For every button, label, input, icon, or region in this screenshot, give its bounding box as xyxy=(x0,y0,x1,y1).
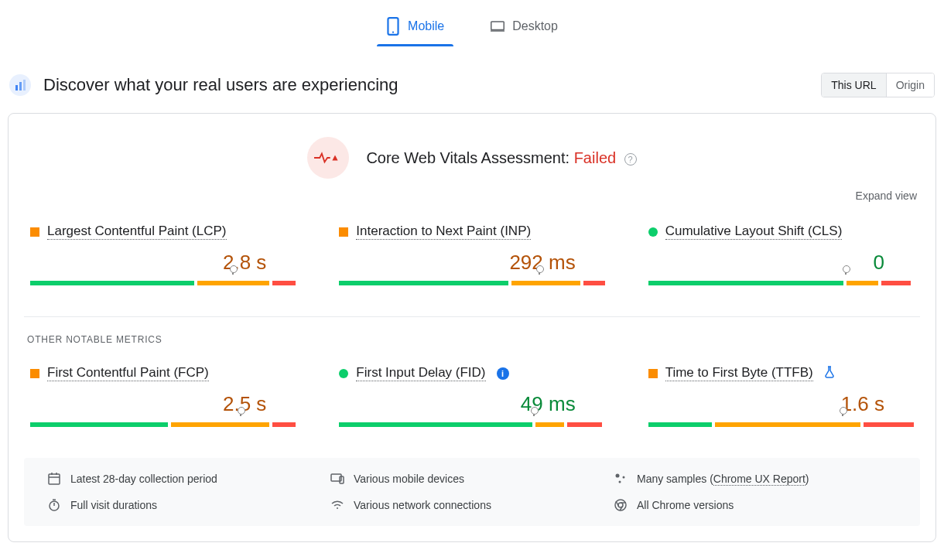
footer-connections-text: Various network connections xyxy=(354,499,491,511)
metric-value-lcp: 2.8 s xyxy=(30,251,296,275)
info-icon[interactable]: i xyxy=(497,367,509,380)
metric-value-inp: 292 ms xyxy=(339,251,604,275)
gauge-marker-fcp xyxy=(240,411,241,416)
metric-fid: First Input Delay (FID) i 49 ms xyxy=(339,365,604,427)
assessment-prefix: Core Web Vitals Assessment: xyxy=(366,149,573,166)
assessment-status: Failed xyxy=(574,149,616,166)
svg-marker-8 xyxy=(333,155,338,160)
metric-value-fcp: 2.5 s xyxy=(30,392,296,416)
other-metrics-heading: OTHER NOTABLE METRICS xyxy=(24,334,920,345)
svg-point-21 xyxy=(337,507,338,509)
svg-point-16 xyxy=(623,476,625,479)
gauge-fid xyxy=(339,422,604,427)
footer-devices: Various mobile devices xyxy=(330,472,614,486)
desktop-icon xyxy=(491,17,504,36)
gauge-marker-inp xyxy=(539,270,540,275)
assessment-text: Core Web Vitals Assessment: Failed ? xyxy=(366,149,636,167)
metric-name-lcp[interactable]: Largest Contentful Paint (LCP) xyxy=(47,224,227,240)
status-dot-ttfb xyxy=(648,369,658,378)
status-dot-inp xyxy=(339,227,348,237)
mobile-icon xyxy=(386,17,400,36)
device-tabs: Mobile Desktop xyxy=(0,0,944,46)
metric-lcp: Largest Contentful Paint (LCP) 2.8 s xyxy=(30,224,296,285)
info-footer: Latest 28-day collection period Various … xyxy=(24,458,920,526)
footer-period: Latest 28-day collection period xyxy=(47,472,330,486)
help-icon[interactable]: ? xyxy=(624,153,637,166)
footer-period-text: Latest 28-day collection period xyxy=(70,473,217,485)
metric-name-cls[interactable]: Cumulative Layout Shift (CLS) xyxy=(665,224,843,240)
gauge-cls xyxy=(648,281,914,285)
devices-icon xyxy=(330,472,344,486)
gauge-fcp xyxy=(30,422,296,427)
flask-icon[interactable] xyxy=(824,366,835,381)
footer-versions-text: All Chrome versions xyxy=(637,499,734,511)
tab-desktop[interactable]: Desktop xyxy=(486,9,563,46)
status-dot-fcp xyxy=(30,369,39,378)
status-dot-lcp xyxy=(30,227,39,237)
footer-samples-text: Many samples (Chrome UX Report) xyxy=(637,473,809,485)
gauge-marker-fid xyxy=(533,411,535,416)
gauge-inp xyxy=(339,281,604,285)
footer-durations: Full visit durations xyxy=(47,498,330,512)
svg-point-1 xyxy=(392,32,394,33)
footer-durations-text: Full visit durations xyxy=(70,499,157,511)
metric-name-ttfb[interactable]: Time to First Byte (TTFB) xyxy=(665,365,813,381)
chrome-icon xyxy=(614,498,628,512)
crux-logo-icon xyxy=(9,74,31,96)
gauge-marker-ttfb xyxy=(842,411,843,416)
footer-devices-text: Various mobile devices xyxy=(354,473,464,485)
pulse-icon xyxy=(307,137,349,179)
network-icon xyxy=(330,498,344,512)
svg-rect-7 xyxy=(23,80,26,90)
metrics-divider xyxy=(24,316,920,317)
page-heading: Discover what your real users are experi… xyxy=(43,75,398,95)
svg-point-17 xyxy=(619,481,621,483)
tab-mobile[interactable]: Mobile xyxy=(381,9,449,46)
tab-mobile-label: Mobile xyxy=(408,19,444,33)
status-dot-fid xyxy=(339,369,348,378)
metric-cls: Cumulative Layout Shift (CLS) 0 xyxy=(648,224,914,285)
gauge-ttfb xyxy=(648,422,914,427)
calendar-icon xyxy=(47,472,61,486)
crux-report-link[interactable]: Chrome UX Report xyxy=(713,473,805,486)
status-dot-cls xyxy=(648,227,658,237)
assessment-card: Core Web Vitals Assessment: Failed ? Exp… xyxy=(8,113,936,542)
stopwatch-icon xyxy=(47,498,61,512)
core-metrics-grid: Largest Contentful Paint (LCP) 2.8 s Int… xyxy=(24,224,920,285)
metric-name-fid[interactable]: First Input Delay (FID) xyxy=(356,365,485,381)
svg-rect-5 xyxy=(15,85,18,90)
metric-value-fid: 49 ms xyxy=(339,392,604,416)
metric-inp: Interaction to Next Paint (INP) 292 ms xyxy=(339,224,604,285)
header-left: Discover what your real users are experi… xyxy=(9,74,398,96)
svg-rect-6 xyxy=(19,82,22,90)
metric-ttfb: Time to First Byte (TTFB) 1.6 s xyxy=(648,365,914,427)
svg-point-15 xyxy=(616,474,620,478)
footer-versions: All Chrome versions xyxy=(614,498,897,512)
header-row: Discover what your real users are experi… xyxy=(0,46,944,108)
svg-rect-9 xyxy=(49,474,60,484)
metric-value-ttfb: 1.6 s xyxy=(648,392,914,416)
gauge-lcp xyxy=(30,281,296,285)
expand-view-link[interactable]: Expand view xyxy=(24,190,917,202)
scope-segmented-control: This URL Origin xyxy=(821,73,935,97)
metric-name-inp[interactable]: Interaction to Next Paint (INP) xyxy=(356,224,531,240)
footer-connections: Various network connections xyxy=(330,498,614,512)
gauge-marker-lcp xyxy=(232,270,234,275)
samples-icon xyxy=(614,472,628,486)
tab-desktop-label: Desktop xyxy=(512,19,558,33)
gauge-marker-cls xyxy=(845,270,847,275)
scope-this-url[interactable]: This URL xyxy=(822,73,885,97)
scope-origin[interactable]: Origin xyxy=(886,73,934,97)
metric-fcp: First Contentful Paint (FCP) 2.5 s xyxy=(30,365,296,427)
svg-rect-2 xyxy=(491,22,504,30)
assessment-row: Core Web Vitals Assessment: Failed ? xyxy=(24,137,920,179)
metric-value-cls: 0 xyxy=(648,251,914,275)
other-metrics-grid: First Contentful Paint (FCP) 2.5 s First… xyxy=(24,365,920,427)
metric-name-fcp[interactable]: First Contentful Paint (FCP) xyxy=(47,365,209,381)
footer-samples: Many samples (Chrome UX Report) xyxy=(614,472,897,486)
